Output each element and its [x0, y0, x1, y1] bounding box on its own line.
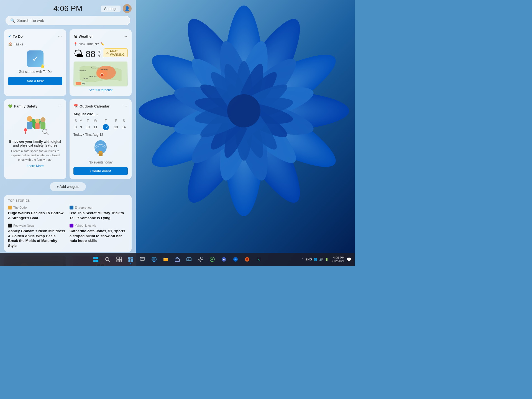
- heat-warning-text: HEAT WARNING: [110, 50, 125, 56]
- svg-line-52: [47, 133, 48, 135]
- avatar-button[interactable]: 👤: [123, 4, 132, 13]
- svg-rect-93: [175, 259, 180, 262]
- story-item-0[interactable]: The Dodo Huge Walrus Decides To Borrow A…: [8, 206, 66, 220]
- family-title: Family Safety: [14, 104, 37, 108]
- heat-warning: ⚠ HEAT WARNING: [104, 48, 128, 57]
- svg-line-78: [109, 260, 110, 262]
- svg-point-47: [35, 119, 40, 123]
- create-event-button[interactable]: Create event: [73, 167, 128, 175]
- cal-date-11[interactable]: 11: [92, 123, 99, 131]
- battery-icon: 🔋: [325, 258, 329, 261]
- svg-rect-48: [35, 123, 40, 129]
- svg-rect-85: [128, 260, 131, 262]
- svg-text:Paterson: Paterson: [91, 67, 98, 69]
- taskbar-settings-button[interactable]: [195, 254, 206, 265]
- todo-header: ✓ To Do ···: [8, 33, 62, 39]
- weather-main: 🌤 88 °F °C ⚠ HEAT WARNING: [73, 48, 128, 60]
- svg-rect-83: [128, 257, 131, 260]
- add-task-button[interactable]: Add a task: [8, 77, 62, 85]
- story-headline-3: Catherine Zeta-Jones, 51, sports a strip…: [70, 229, 128, 243]
- family-title-row: 💚 Family Safety: [8, 104, 37, 108]
- taskbar-center-icons: e >_: [90, 254, 264, 265]
- calendar-title-row: 📅 Outlook Calendar: [73, 104, 109, 108]
- taskbar-photos-button[interactable]: [183, 254, 195, 265]
- entrepreneur-source-name: Entrepreneur: [75, 206, 93, 209]
- svg-rect-92: [163, 259, 168, 261]
- cal-date-8[interactable]: 8: [73, 123, 78, 131]
- todo-menu-button[interactable]: ···: [58, 33, 62, 39]
- family-heart-icon: 💚: [8, 104, 12, 108]
- svg-rect-50: [40, 122, 45, 129]
- notification-icon[interactable]: 💬: [347, 257, 351, 262]
- story-source-3: Yahoo! Lifestyle: [70, 224, 128, 227]
- todo-title-row: ✓ To Do: [8, 34, 23, 39]
- cal-date-14[interactable]: 14: [120, 123, 128, 131]
- today-label: Today • Thu, Aug 12: [73, 133, 128, 137]
- taskbar-store-button[interactable]: [172, 254, 183, 265]
- tray-datetime[interactable]: 4:06 PM 8/12/2021: [331, 256, 344, 263]
- tasks-chevron: ⌄: [24, 43, 27, 46]
- taskbar-widgets-button[interactable]: [125, 254, 136, 265]
- todo-widget: ✓ To Do ··· 🏠 Tasks ⌄ ✓ ⭐ Get started wi…: [4, 29, 66, 96]
- hot-air-balloon-svg: [91, 139, 110, 158]
- taskbar-xbox-button[interactable]: [207, 254, 218, 265]
- taskbar-fileexplorer-button[interactable]: [160, 254, 171, 265]
- cal-date-9[interactable]: 9: [78, 123, 84, 131]
- taskbar-browser2-button[interactable]: e: [218, 254, 229, 265]
- footwear-source-name: Footwear News: [13, 224, 34, 227]
- svg-text:New York: New York: [89, 75, 97, 77]
- tray-chevron-icon[interactable]: ⌃: [301, 258, 304, 261]
- tray-lang: ENG: [305, 258, 312, 261]
- taskbar-terminal-button[interactable]: >_: [253, 254, 264, 265]
- entrepreneur-source-icon: [70, 206, 73, 209]
- tray-time-display: 4:06 PM: [331, 256, 344, 259]
- todo-title: To Do: [13, 34, 23, 39]
- weather-cloud-icon: 🌤: [73, 34, 77, 39]
- network-icon[interactable]: 🌐: [314, 258, 318, 261]
- cal-date-12-today[interactable]: 12: [99, 123, 112, 131]
- weather-widget: 🌤 Weather ··· 📍 New York, NY ✏️ 🌤 88 °F …: [70, 29, 132, 96]
- cal-date-13[interactable]: 13: [112, 123, 120, 131]
- family-menu-button[interactable]: ···: [58, 103, 62, 109]
- time-display: 4:06 PM: [53, 4, 82, 13]
- learn-more-link[interactable]: Learn More: [8, 164, 62, 168]
- cal-date-10[interactable]: 10: [84, 123, 92, 131]
- see-forecast-link[interactable]: See full forecast: [73, 88, 128, 92]
- warning-triangle-icon: ⚠: [106, 51, 109, 55]
- calendar-title: Outlook Calendar: [80, 104, 109, 108]
- weather-header: 🌤 Weather ···: [73, 33, 128, 39]
- svg-rect-80: [119, 257, 122, 260]
- taskbar-firefox-button[interactable]: [242, 254, 253, 265]
- calendar-menu-button[interactable]: ···: [123, 103, 128, 109]
- cal-day-t1: T: [84, 118, 92, 123]
- svg-point-33: [227, 94, 260, 127]
- story-item-1[interactable]: Entrepreneur Use This Secret Military Tr…: [70, 206, 128, 220]
- taskbar-search-button[interactable]: [102, 254, 113, 265]
- tray-date-display: 8/12/2021: [331, 259, 344, 263]
- cal-day-m: M: [78, 118, 84, 123]
- todo-star-icon: ⭐: [40, 64, 45, 68]
- add-widgets-button[interactable]: + Add widgets: [50, 182, 86, 191]
- search-icon: 🔍: [10, 18, 15, 23]
- taskbar-start-button[interactable]: [90, 254, 101, 265]
- volume-icon[interactable]: 🔊: [319, 258, 323, 261]
- weather-menu-button[interactable]: ···: [123, 33, 128, 39]
- search-bar[interactable]: 🔍 Search the web: [6, 16, 130, 25]
- story-item-2[interactable]: Footwear News Ashley Graham's Neon Minid…: [8, 224, 66, 248]
- taskbar-chat-button[interactable]: [137, 254, 148, 265]
- todo-icon-area: ✓ ⭐: [8, 50, 62, 67]
- story-item-3[interactable]: Yahoo! Lifestyle Catherine Zeta-Jones, 5…: [70, 224, 128, 248]
- todo-tasks-row[interactable]: 🏠 Tasks ⌄: [8, 42, 62, 46]
- taskbar-browser3-button[interactable]: [230, 254, 241, 265]
- family-header: 💚 Family Safety ···: [8, 103, 62, 109]
- dodo-source-icon: [8, 206, 12, 209]
- widgets-active-dot: [130, 263, 131, 264]
- settings-button[interactable]: Settings: [101, 6, 121, 12]
- taskbar-system-tray: ⌃ ENG 🌐 🔊 🔋 4:06 PM 8/12/2021 💬: [301, 256, 351, 263]
- edit-icon[interactable]: ✏️: [100, 42, 104, 46]
- taskbar-taskview-button[interactable]: [114, 254, 125, 265]
- svg-rect-86: [131, 259, 133, 262]
- svg-point-42: [101, 73, 103, 76]
- taskbar-edge-button[interactable]: [149, 254, 160, 265]
- family-description-text: Create a safe space for your kids to exp…: [8, 149, 62, 162]
